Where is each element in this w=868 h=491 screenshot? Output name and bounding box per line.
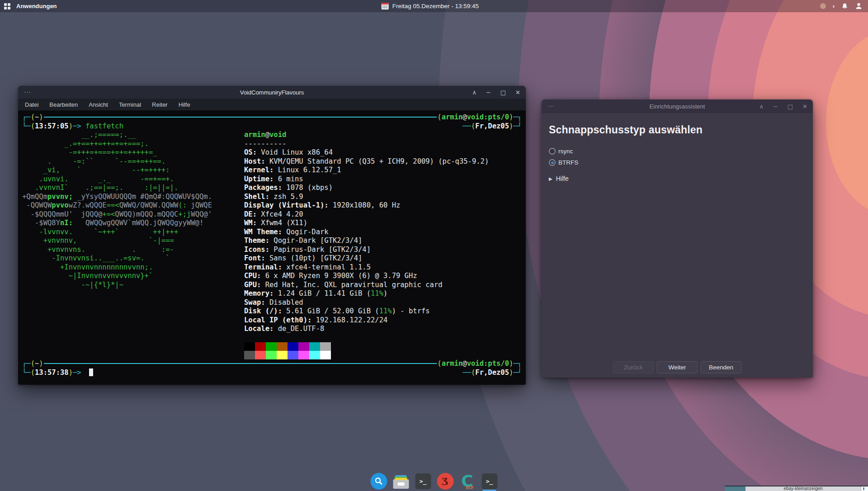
dock-terminal-running[interactable]: >_ — [481, 472, 498, 490]
dock-app-finder[interactable] — [370, 472, 387, 490]
dialog-body: Schnappschusstyp auswählen rsyncBTRFS ▶ … — [542, 113, 813, 378]
info-line: Locale: de_DE.UTF-8 — [244, 325, 489, 334]
info-line: GPU: Red Hat, Inc. QXL paravirtual graph… — [244, 281, 489, 290]
palette-swatch — [320, 342, 331, 351]
terminal-content[interactable]: ┌─(~) (armin@void:pts/0)─┐ └─(13:57:05)─… — [18, 111, 526, 384]
weiter-button[interactable]: Weiter — [657, 361, 698, 373]
prompt-top-line1: ┌─(~) (armin@void:pts/0)─┐ — [22, 113, 522, 122]
dialog-heading: Schnappschusstyp auswählen — [549, 124, 806, 136]
dock-red-app[interactable]: Ʒ — [437, 472, 454, 490]
info-line: OS: Void Linux x86_64 — [244, 148, 489, 157]
window-menu-icon[interactable]: ⋯ — [24, 88, 31, 96]
fastfetch-separator: ---------- — [244, 140, 489, 149]
menu-reiter[interactable]: Reiter — [152, 101, 168, 108]
info-line: Host: KVM/QEMU Standard PC (Q35 + ICH9, … — [244, 157, 489, 166]
background-window-sliver[interactable]: ebay-kleinanzeigen — [725, 486, 868, 491]
menu-hilfe[interactable]: Hilfe — [179, 101, 190, 108]
close-button[interactable]: ✕ — [802, 103, 807, 110]
palette-swatch — [244, 342, 255, 351]
dock-file-manager[interactable] — [392, 472, 410, 490]
zurück-button[interactable]: Zurück — [613, 361, 654, 373]
bell-icon[interactable] — [841, 3, 848, 9]
palette-swatch — [277, 342, 288, 351]
palette-swatch — [255, 342, 266, 351]
menu-ansicht[interactable]: Ansicht — [89, 101, 108, 108]
shade-button[interactable]: ∧ — [759, 103, 764, 110]
radio-selected-icon[interactable] — [549, 159, 556, 166]
prompt-path: ~ — [35, 113, 39, 122]
red-app-icon: Ʒ — [437, 473, 453, 490]
person-icon[interactable] — [855, 2, 863, 10]
palette-swatch — [266, 351, 277, 359]
dock: >_ƷCVCF>_ — [370, 472, 498, 490]
dock-terminal[interactable]: >_ — [415, 472, 432, 490]
applications-menu-icon[interactable] — [4, 3, 10, 9]
snapshot-type-radios: rsyncBTRFS — [549, 148, 806, 166]
terminal-palette-row2 — [244, 351, 489, 359]
prompt-date: Fr,Dez05 — [475, 122, 509, 130]
chevron-right-icon[interactable]: › — [833, 3, 835, 9]
window-menu-icon[interactable]: ⋯ — [547, 102, 555, 110]
palette-swatch — [298, 351, 309, 359]
maximize-button[interactable]: □ — [788, 103, 793, 110]
dock-vcf-logo[interactable]: CVCF — [459, 472, 476, 490]
info-line: Font: Sans (10pt) [GTK2/3/4] — [244, 254, 489, 263]
dialog-titlebar[interactable]: ⋯ Einrichtungsassistent ∧−□✕ — [542, 99, 813, 113]
panel-clock[interactable]: Freitag 05.Dezember - 13:59:45 — [382, 3, 479, 9]
info-line: Terminal: xfce4-terminal 1.1.5 — [244, 263, 489, 272]
terminal-window: ⋯ VoidCommuniryFlavours ∧−□✕ DateiBearbe… — [18, 86, 526, 385]
info-line: Display (Virtual-1): 1920x1080, 60 Hz — [244, 201, 489, 210]
info-line: Memory: 1.24 GiB / 11.41 GiB (11%) — [244, 289, 489, 298]
info-line: Theme: Qogir-Dark [GTK2/3/4] — [244, 236, 489, 246]
info-line: CPU: 6 x AMD Ryzen 9 3900X (6) @ 3.79 GH… — [244, 272, 489, 281]
info-line: DE: Xfce4 4.20 — [244, 210, 489, 219]
beenden-button[interactable]: Beenden — [701, 361, 741, 373]
terminal-window-title: VoidCommuniryFlavours — [18, 89, 526, 96]
prompt-time: 13:57:05 — [35, 122, 69, 130]
help-expander-label: Hilfe — [556, 175, 569, 182]
prompt-bottom-line2: └─(13:57:38)─> ──(Fr,Dez05)─┘ — [22, 368, 522, 378]
user-face-icon[interactable] — [820, 3, 826, 9]
prompt-bottom-line1: ┌─(~) (armin@void:pts/0)─┐ — [22, 359, 522, 368]
menu-datei[interactable]: Datei — [25, 101, 38, 108]
palette-swatch — [288, 342, 298, 351]
menu-bearbeiten[interactable]: Bearbeiten — [49, 101, 78, 108]
info-line: Shell: zsh 5.9 — [244, 193, 489, 202]
palette-swatch — [244, 351, 255, 359]
info-line: Packages: 1078 (xbps) — [244, 184, 489, 193]
maximize-button[interactable]: □ — [500, 89, 506, 96]
prompt-top-line2: └─(13:57:05)─> fastfetch ──(Fr,Dez05)─┘ — [22, 122, 522, 131]
radio-label: BTRFS — [558, 159, 578, 166]
file-manager-icon — [393, 479, 409, 489]
terminal-cursor — [89, 368, 93, 376]
palette-swatch — [309, 351, 320, 359]
shade-button[interactable]: ∧ — [472, 89, 476, 96]
menu-terminal[interactable]: Terminal — [119, 101, 141, 108]
minimize-button[interactable]: − — [486, 89, 491, 96]
command-fastfetch: fastfetch — [85, 122, 123, 130]
radio-unselected-icon[interactable] — [549, 148, 556, 155]
info-line: Uptime: 6 mins — [244, 175, 489, 184]
close-button[interactable]: ✕ — [515, 89, 520, 96]
radio-label: rsync — [558, 148, 573, 155]
setup-assistant-window: ⋯ Einrichtungsassistent ∧−□✕ Schnappschu… — [542, 99, 813, 378]
terminal-icon: >_ — [415, 473, 431, 489]
dialog-button-row: ZurückWeiterBeenden — [542, 361, 813, 373]
info-line: WM: Xfwm4 (X11) — [244, 219, 489, 228]
palette-swatch — [298, 342, 309, 351]
applications-menu-button[interactable]: Anwendungen — [16, 3, 57, 9]
fastfetch-info: OS: Void Linux x86_64Host: KVM/QEMU Stan… — [244, 148, 489, 334]
help-expander[interactable]: ▶ Hilfe — [549, 175, 806, 182]
vcf-logo-icon: CVCF — [459, 472, 476, 490]
radio-btrfs[interactable]: BTRFS — [549, 159, 806, 166]
radio-rsync[interactable]: rsync — [549, 148, 806, 155]
palette-swatch — [266, 342, 277, 351]
clock-label: Freitag 05.Dezember - 13:59:45 — [392, 3, 479, 9]
expander-arrow-icon: ▶ — [549, 176, 552, 181]
minimize-button[interactable]: − — [773, 103, 778, 110]
prompt-host: void:pts/0 — [467, 113, 509, 122]
sliver-tab-label: ebay-kleinanzeigen — [745, 486, 861, 491]
terminal-titlebar[interactable]: ⋯ VoidCommuniryFlavours ∧−□✕ — [18, 86, 526, 99]
search-icon — [370, 473, 387, 490]
top-panel: Anwendungen Freitag 05.Dezember - 13:59:… — [0, 0, 868, 12]
